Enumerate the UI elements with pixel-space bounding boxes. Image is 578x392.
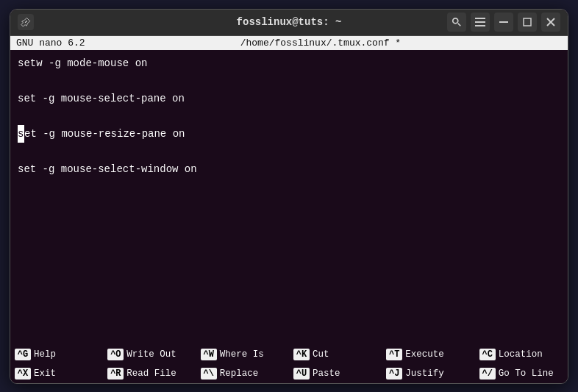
editor-line [18,107,560,125]
cursor: s [18,125,24,143]
label-execute: Execute [405,349,444,360]
shortcut-whereis: ^W [201,349,217,360]
svg-rect-3 [475,18,485,19]
footer-cmd-readfile[interactable]: ^R Read File [103,368,196,379]
label-writeout: Write Out [126,349,176,360]
shortcut-location: ^C [479,349,496,360]
titlebar-controls [447,13,560,32]
editor-area[interactable]: setw -g mode-mouse on set -g mouse-selec… [10,50,568,345]
pin-icon[interactable] [18,14,34,30]
menu-button[interactable] [471,13,490,32]
titlebar-left [18,14,34,30]
window-title: fosslinux@tuts: ~ [237,16,342,28]
footer-cmd-justify[interactable]: ^J Justify [382,368,474,379]
footer-cmd-gotoline[interactable]: ^/ Go To Line [475,368,568,379]
shortcut-readfile: ^R [107,368,124,379]
footer-cmd-exit[interactable]: ^X Exit [10,368,103,379]
nano-header: GNU nano 6.2 /home/fosslinux/.tmux.conf … [10,36,568,50]
footer-cmd-replace[interactable]: ^\ Replace [196,368,289,379]
svg-line-0 [25,21,27,23]
nano-header-right [556,38,562,49]
shortcut-gotoline: ^/ [479,368,496,379]
nano-version: GNU nano 6.2 [16,38,85,49]
footer-cmd-help[interactable]: ^G Help [10,349,103,360]
svg-line-2 [458,24,461,26]
close-button[interactable] [541,13,560,32]
terminal-window: fosslinux@tuts: ~ [10,9,568,384]
footer-row-1: ^G Help ^O Write Out ^W Where Is ^K Cut … [10,345,568,364]
titlebar: fosslinux@tuts: ~ [10,10,568,36]
shortcut-help: ^G [15,349,31,360]
label-cut: Cut [313,349,329,360]
shortcut-replace: ^\ [201,368,217,379]
editor-line: setw -g mode-mouse on [18,54,560,72]
svg-point-1 [453,18,458,24]
label-exit: Exit [34,368,56,379]
editor-line: set -g mouse-select-pane on [18,90,560,107]
editor-line: set -g mouse-select-window on [18,160,560,178]
footer-cmd-writeout[interactable]: ^O Write Out [103,349,196,360]
shortcut-writeout: ^O [107,349,124,360]
shortcut-cut: ^K [293,349,310,360]
nano-filename: /home/fosslinux/.tmux.conf * [240,38,401,49]
maximize-button[interactable] [518,13,537,32]
shortcut-exit: ^X [15,368,31,379]
shortcut-paste: ^U [293,368,310,379]
label-help: Help [34,349,56,360]
label-location: Location [499,349,543,360]
svg-rect-4 [475,21,485,23]
shortcut-execute: ^T [386,349,402,360]
label-whereis: Where Is [220,349,264,360]
svg-rect-6 [499,21,508,23]
label-justify: Justify [405,368,444,379]
footer-row-2: ^X Exit ^R Read File ^\ Replace ^U Paste… [10,364,568,383]
svg-rect-5 [475,25,485,26]
svg-rect-7 [524,18,531,26]
label-readfile: Read File [126,368,176,379]
editor-cursor-line: set -g mouse-resize-pane on [18,125,560,143]
footer-cmd-paste[interactable]: ^U Paste [289,368,382,379]
footer-cmd-cut[interactable]: ^K Cut [289,349,382,360]
label-paste: Paste [313,368,340,379]
search-button[interactable] [447,13,466,32]
editor-line [18,72,560,90]
label-replace: Replace [220,368,259,379]
editor-line [18,143,560,160]
footer-cmd-location[interactable]: ^C Location [475,349,568,360]
label-gotoline: Go To Line [499,368,554,379]
nano-footer: ^G Help ^O Write Out ^W Where Is ^K Cut … [10,345,568,383]
minimize-button[interactable] [494,13,513,32]
footer-cmd-execute[interactable]: ^T Execute [382,349,474,360]
shortcut-justify: ^J [386,368,402,379]
footer-cmd-whereis[interactable]: ^W Where Is [196,349,289,360]
